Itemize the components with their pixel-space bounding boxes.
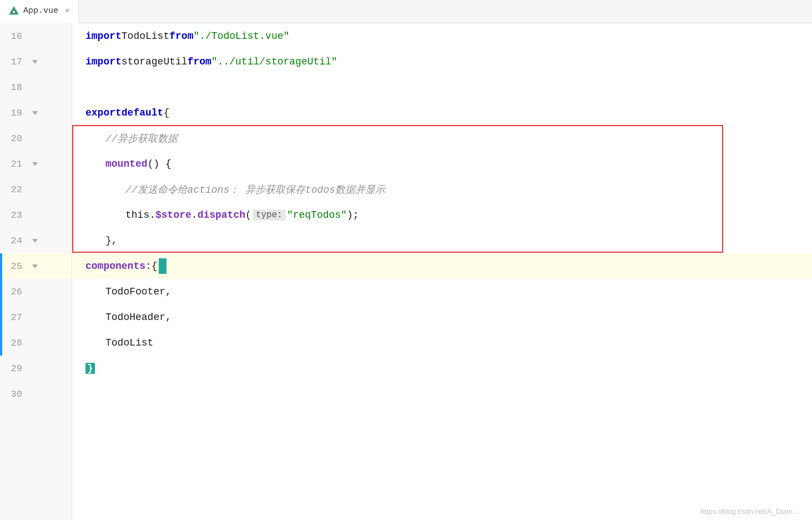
line-number-25: 25	[0, 261, 29, 272]
line-number-20: 20	[0, 133, 29, 144]
blue-bar-28	[0, 330, 2, 356]
keyword-default: default	[122, 107, 164, 118]
fold-icon-30	[29, 388, 41, 400]
line-number-17: 17	[0, 57, 29, 67]
gutter-row-26: 26	[0, 279, 72, 304]
code-line-19: export default {	[72, 100, 812, 126]
code-line-18	[72, 74, 812, 100]
fold-icon-26	[29, 286, 41, 298]
gutter-row-18: 18	[0, 74, 72, 100]
code-line-24: },	[72, 228, 812, 253]
brace-open-19: {	[163, 107, 169, 118]
svg-marker-3	[32, 111, 38, 115]
fold-icon-18	[29, 81, 41, 93]
cursor-25	[159, 258, 167, 274]
tab-label: App.vue	[23, 6, 58, 16]
gutter-row-22: 22	[0, 177, 72, 202]
paren-close-23: );	[347, 209, 359, 221]
code-line-17: import storageUtil from "../util/storage…	[72, 49, 812, 74]
code-line-22: //发送命令给actions： 异步获取保存todos数据并显示	[72, 177, 812, 202]
line-number-26: 26	[0, 287, 29, 297]
blue-bar-27	[0, 304, 2, 330]
fold-icon-24[interactable]	[29, 234, 41, 247]
identifier-todolist-28: TodoList	[105, 337, 153, 348]
fold-icon-29	[29, 362, 41, 374]
dispatch-keyword: dispatch	[198, 209, 245, 221]
dot-dispatch: .	[191, 209, 198, 221]
code-line-25: components:{	[72, 253, 812, 279]
blue-bar-25	[0, 253, 2, 279]
close-24: },	[105, 235, 118, 246]
chevron-down-icon	[31, 58, 39, 66]
svg-marker-4	[32, 162, 38, 166]
code-line-21: mounted () {	[72, 151, 812, 177]
gutter-row-27: 27	[0, 304, 72, 330]
keyword-from-16: from	[169, 31, 193, 42]
store-keyword: $store	[155, 209, 191, 221]
gutter-row-17: 17	[0, 49, 72, 74]
string-path-17: "../util/storageUtil"	[211, 56, 337, 67]
line-number-19: 19	[0, 108, 29, 118]
line-number-30: 30	[0, 389, 29, 399]
gutter-row-23: 23	[0, 202, 72, 228]
gutter-row-25: 25	[0, 253, 72, 279]
gutter-row-16: 16	[0, 23, 72, 49]
string-path-16: "./TodoList.vue"	[193, 31, 289, 42]
gutter-row-28: 28	[0, 330, 72, 356]
svg-marker-2	[32, 60, 38, 64]
fold-icon-27	[29, 311, 41, 323]
line-number-18: 18	[0, 82, 29, 93]
watermark: https://blog.csdn.net/A_Diam...	[700, 507, 799, 516]
brace-open-25: {	[152, 261, 158, 272]
tab-app-vue[interactable]: App.vue ×	[0, 0, 79, 23]
app-container: App.vue × 16 17 18	[0, 0, 812, 520]
comment-22: //发送命令给actions： 异步获取保存todos数据并显示	[125, 183, 385, 196]
code-editor: import TodoList from "./TodoList.vue" im…	[72, 23, 812, 520]
line-number-28: 28	[0, 338, 29, 348]
chevron-down-icon	[31, 262, 39, 270]
line-number-24: 24	[0, 236, 29, 246]
keyword-import-16: import	[85, 31, 122, 42]
identifier-todoheader: TodoHeader,	[105, 312, 172, 323]
keyword-from-17: from	[188, 56, 211, 67]
string-reqtodos: "reqTodos"	[287, 209, 347, 221]
chevron-down-icon	[31, 237, 39, 244]
keyword-export: export	[85, 107, 122, 118]
parens-21: () {	[148, 158, 172, 169]
line-number-23: 23	[0, 210, 29, 221]
fold-icon-20	[29, 132, 41, 144]
line-number-29: 29	[0, 363, 29, 374]
type-badge-type: type:	[253, 209, 286, 221]
code-line-27: TodoHeader,	[72, 304, 812, 330]
fold-icon-17[interactable]	[29, 56, 41, 68]
code-line-26: TodoFooter,	[72, 279, 812, 304]
blue-bar-26	[0, 279, 2, 304]
line-number-27: 27	[0, 312, 29, 323]
fold-icon-19[interactable]	[29, 107, 41, 119]
line-number-21: 21	[0, 159, 29, 169]
chevron-down-icon	[31, 160, 39, 168]
gutter-row-24: 24	[0, 228, 72, 253]
fold-icon-16	[29, 30, 41, 42]
editor: 16 17 18 19	[0, 23, 812, 520]
fold-icon-28	[29, 337, 41, 349]
tab-close-button[interactable]: ×	[65, 7, 69, 16]
line-number-16: 16	[0, 31, 29, 42]
identifier-storageutil: storageUtil	[122, 56, 188, 67]
chevron-down-icon	[31, 109, 39, 117]
code-line-16: import TodoList from "./TodoList.vue"	[72, 23, 812, 49]
fold-icon-21[interactable]	[29, 158, 41, 170]
keyword-import-17: import	[85, 56, 122, 67]
identifier-todolist: TodoList	[122, 31, 169, 42]
code-line-20: //异步获取数据	[72, 126, 812, 151]
this-keyword: this.	[125, 209, 155, 221]
gutter-row-30: 30	[0, 381, 72, 407]
gutter-row-19: 19	[0, 100, 72, 126]
keyword-mounted: mounted	[105, 158, 148, 169]
identifier-todofooter: TodoFooter,	[105, 286, 172, 297]
fold-icon-25[interactable]	[29, 260, 41, 272]
gutter-row-20: 20	[0, 126, 72, 151]
comment-20: //异步获取数据	[105, 132, 178, 145]
svg-marker-6	[32, 264, 38, 268]
keyword-components: components:	[85, 261, 152, 272]
